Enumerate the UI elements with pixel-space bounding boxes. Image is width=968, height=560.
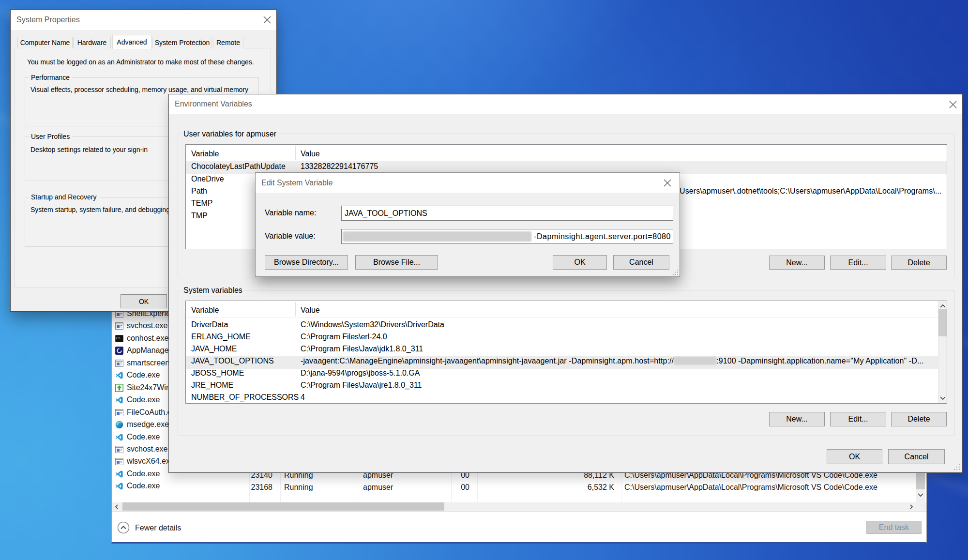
- svg-text:C:\.: C:\.: [116, 336, 121, 340]
